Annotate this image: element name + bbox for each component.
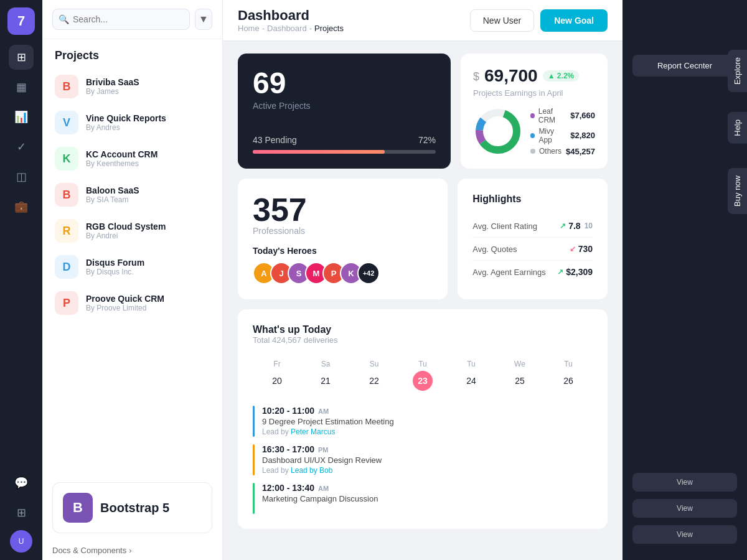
list-item[interactable]: B Briviba SaaS By James	[42, 68, 222, 105]
calendar-day-today[interactable]: Tu 23	[398, 355, 447, 396]
sidebar-icon-check[interactable]: ✓	[9, 134, 34, 159]
projects-title: Projects	[42, 39, 222, 68]
legend-dot	[530, 113, 535, 118]
progress-section: 43 Pending 72%	[253, 135, 436, 154]
legend-name: Mivy App	[538, 127, 566, 144]
breadcrumb-sep1: -	[262, 24, 265, 33]
legend-name: Leaf CRM	[538, 107, 567, 124]
project-icon: R	[55, 219, 78, 243]
breadcrumb-projects[interactable]: Projects	[314, 24, 344, 33]
donut-chart	[473, 106, 523, 156]
earnings-top: $ 69,700 ▲ 2.2%	[473, 66, 595, 86]
project-name: Disqus Forum	[86, 258, 144, 268]
tab-help[interactable]: Help	[728, 112, 747, 144]
legend-dot	[530, 133, 535, 138]
list-item[interactable]: V Vine Quick Reports By Andres	[42, 105, 222, 141]
calendar-day[interactable]: We 25	[496, 355, 544, 396]
sidebar-icon-dashboard[interactable]: ▦	[9, 75, 34, 100]
dashboard-body: 69 Active Projects 43 Pending 72% $	[223, 41, 622, 560]
event-name: Marketing Campaign Discussion	[262, 494, 593, 503]
report-center-button[interactable]: Report Cecnter	[632, 55, 737, 77]
highlight-value: ↗ $2,309	[557, 267, 593, 277]
earnings-card: $ 69,700 ▲ 2.2% Projects Earnings in Apr…	[461, 54, 608, 169]
sidebar-icon-grid[interactable]: ⊞	[9, 45, 34, 70]
earnings-badge: ▲ 2.2%	[543, 70, 580, 82]
project-icon: D	[55, 255, 78, 279]
list-item[interactable]: K KC Account CRM By Keenthemes	[42, 141, 222, 177]
bootstrap-banner[interactable]: B Bootstrap 5	[52, 482, 212, 533]
mid-row: 357 Professionals Today's Heroes A J S M…	[238, 179, 608, 299]
earnings-label: Projects Earnings in April	[473, 88, 595, 98]
event-lead-link[interactable]: Peter Marcus	[291, 427, 335, 436]
day-number: 25	[510, 371, 530, 391]
tab-explore[interactable]: Explore	[728, 50, 747, 92]
event-content: 12:00 - 13:40 AM Marketing Campaign Disc…	[262, 483, 593, 503]
sidebar-icon-briefcase[interactable]: 💼	[9, 194, 34, 219]
project-list: B Briviba SaaS By James V Vine Quick Rep…	[42, 68, 222, 475]
heroes-title: Today's Heroes	[253, 246, 433, 256]
project-name: Proove Quick CRM	[86, 294, 164, 304]
view-button-1[interactable]: View	[632, 473, 737, 492]
project-by: By Disqus Inc.	[86, 268, 144, 276]
breadcrumb-home[interactable]: Home	[238, 24, 260, 33]
tab-buy-now[interactable]: Buy now	[728, 168, 747, 214]
sidebar-icon-layers[interactable]: ◫	[9, 164, 34, 189]
event-bar	[253, 444, 255, 475]
event-bar	[253, 483, 255, 514]
filter-button[interactable]: ▼	[195, 9, 212, 30]
highlight-row: Avg. Quotes ↙ 730	[472, 238, 593, 261]
new-user-button[interactable]: New User	[470, 9, 534, 32]
project-by: By Proove Limited	[86, 304, 164, 312]
pending-label: 43 Pending	[253, 135, 297, 145]
project-icon: P	[55, 291, 78, 315]
view-button-3[interactable]: View	[632, 525, 737, 544]
user-avatar[interactable]: U	[10, 530, 32, 553]
projects-panel: 🔍 ▼ Projects B Briviba SaaS By James V V…	[42, 0, 223, 560]
top-header: Dashboard Home - Dashboard - Projects Ne…	[223, 0, 622, 41]
project-info: Briviba SaaS By James	[86, 77, 139, 96]
event-ampm: AM	[318, 485, 329, 492]
calendar-day[interactable]: Tu 24	[447, 355, 496, 396]
project-by: By SIA Team	[86, 195, 139, 204]
project-icon: V	[55, 111, 78, 134]
header-actions: New User New Goal	[470, 9, 608, 32]
calendar-card: What's up Today Total 424,567 deliveries…	[238, 309, 608, 529]
list-item[interactable]: B Baloon SaaS By SIA Team	[42, 177, 222, 213]
event-lead: Lead by Peter Marcus	[262, 427, 593, 436]
breadcrumb-dashboard[interactable]: Dashboard	[267, 24, 307, 33]
earnings-chart-row: Leaf CRM $7,660 Mivy App $2,820 Others $…	[473, 106, 595, 156]
day-number: 22	[364, 371, 384, 391]
sidebar-icons: 7 ⊞ ▦ 📊 ✓ ◫ 💼 💬 ⊞ U	[0, 0, 42, 560]
project-by: By James	[86, 87, 139, 96]
project-name: Briviba SaaS	[86, 77, 139, 87]
calendar-day[interactable]: Sa 21	[301, 355, 350, 396]
main-content: Dashboard Home - Dashboard - Projects Ne…	[223, 0, 622, 560]
view-button-2[interactable]: View	[632, 499, 737, 518]
search-wrap: 🔍	[52, 9, 190, 30]
list-item[interactable]: P Proove Quick CRM By Proove Limited	[42, 285, 222, 321]
right-panel: Explore Help Buy now Report Cecnter View…	[622, 0, 747, 560]
sidebar-icon-chart[interactable]: 📊	[9, 105, 34, 129]
highlights-title: Highlights	[472, 194, 593, 205]
breadcrumb: Home - Dashboard - Projects	[238, 24, 344, 33]
day-number: 26	[558, 371, 578, 391]
highlight-row: Avg. Client Rating ↗ 7.8 10	[472, 215, 593, 238]
search-input[interactable]	[52, 9, 190, 30]
list-item[interactable]: D Disqus Forum By Disqus Inc.	[42, 249, 222, 285]
calendar-day[interactable]: Fr 20	[253, 355, 301, 396]
calendar-day[interactable]: Tu 26	[544, 355, 593, 396]
event-lead-link[interactable]: Lead by Bob	[291, 466, 332, 475]
calendar-day[interactable]: Su 22	[350, 355, 398, 396]
list-item[interactable]: R RGB Cloud System By Andrei	[42, 213, 222, 249]
docs-link[interactable]: Docs & Components ›	[42, 541, 222, 560]
sidebar-icon-grid2[interactable]: ⊞	[9, 500, 34, 525]
calendar-event: 16:30 - 17:00 PM Dashboard UI/UX Design …	[253, 444, 593, 475]
trend-up-icon: ↗	[560, 222, 566, 230]
new-goal-button[interactable]: New Goal	[540, 9, 608, 32]
event-time: 10:20 - 11:00 AM	[262, 406, 593, 416]
sidebar-icon-chat[interactable]: 💬	[9, 470, 34, 495]
day-name: Fr	[255, 360, 299, 368]
calendar-subtitle: Total 424,567 deliveries	[253, 335, 338, 345]
project-by: By Andres	[86, 123, 166, 132]
project-icon: K	[55, 147, 78, 170]
